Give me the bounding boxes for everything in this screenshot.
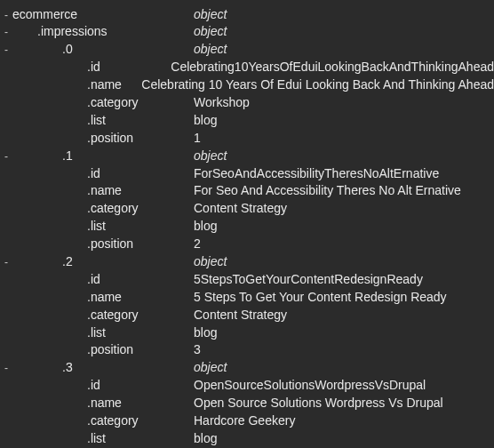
tree-row: .categoryContent Strategy	[0, 200, 494, 218]
tree-row: .listblog	[0, 324, 494, 341]
key-cell: .0	[62, 41, 194, 58]
tree-row: .categoryWorkshop	[0, 93, 494, 111]
value-cell: 3	[194, 341, 201, 358]
key-impressions: .impressions	[37, 24, 108, 38]
key-cell: .category	[87, 307, 194, 324]
value-cell: 1	[194, 130, 201, 147]
key-position: .position	[87, 342, 133, 356]
value-cell: 5 Steps To Get Your Content Redesign Rea…	[194, 289, 447, 306]
value-cell: object	[194, 41, 227, 58]
tree-row[interactable]: -.1object	[0, 147, 494, 164]
key-cell: .name	[87, 76, 141, 93]
key-name: .name	[87, 77, 122, 92]
key-id: .id	[87, 378, 100, 392]
value-label: Celebrating 10 Years Of Edui Looking Bac…	[141, 77, 494, 92]
value-label: blog	[194, 431, 217, 445]
collapse-icon[interactable]: -	[0, 255, 12, 269]
key-cell: .id	[87, 165, 194, 182]
key-cell: .position	[87, 130, 194, 147]
key-1: .1	[62, 148, 73, 163]
value-cell: blog	[194, 430, 217, 447]
tree-row: .nameCelebrating 10 Years Of Edui Lookin…	[0, 76, 494, 94]
key-category: .category	[87, 201, 139, 215]
key-category: .category	[87, 413, 139, 428]
collapse-icon[interactable]: -	[0, 8, 12, 22]
key-position: .position	[87, 131, 133, 145]
key-cell: .list	[87, 324, 194, 341]
collapse-icon[interactable]: -	[0, 149, 12, 164]
key-cell: .position	[87, 341, 194, 358]
value-label: 3	[194, 342, 201, 356]
value-cell: Celebrating10YearsOfEduiLookingBackAndTh…	[171, 59, 494, 76]
value-cell: blog	[194, 112, 217, 129]
key-cell: .name	[87, 182, 194, 199]
key-cell: .2	[62, 253, 194, 270]
value-label: blog	[194, 113, 217, 127]
key-cell: .name	[87, 395, 194, 412]
key-cell: .id	[87, 59, 171, 76]
key-0: .0	[62, 42, 73, 56]
tree-row: .categoryHardcore Geekery	[0, 412, 494, 429]
tree-row: .id5StepsToGetYourContentRedesignReady	[0, 270, 494, 288]
key-cell: .id	[87, 377, 194, 394]
key-id: .id	[87, 60, 100, 74]
collapse-icon[interactable]: -	[0, 25, 12, 39]
value-label: Celebrating10YearsOfEduiLookingBackAndTh…	[171, 60, 494, 74]
value-cell: blog	[194, 218, 217, 235]
value-cell: object	[194, 148, 227, 164]
key-category: .category	[87, 308, 139, 322]
key-name: .name	[87, 396, 122, 410]
value-cell: For Seo And Accessibility Theres No Alt …	[194, 182, 461, 199]
key-cell: .name	[87, 289, 194, 306]
value-label: OpenSourceSolutionsWordpressVsDrupal	[194, 378, 426, 392]
key-id: .id	[87, 272, 100, 286]
key-name: .name	[87, 290, 122, 304]
value-label: 5 Steps To Get Your Content Redesign Rea…	[194, 290, 447, 304]
value-cell: Open Source Solutions Wordpress Vs Drupa…	[194, 395, 443, 412]
value-label: Hardcore Geekery	[194, 413, 295, 428]
type-label: object	[194, 254, 227, 268]
key-3: .3	[62, 360, 73, 374]
tree-row[interactable]: -.3object	[0, 359, 494, 377]
tree-row[interactable]: -.0object	[0, 41, 494, 59]
value-cell: Celebrating 10 Years Of Edui Looking Bac…	[141, 76, 494, 93]
key-cell: .category	[87, 412, 194, 429]
tree-row[interactable]: -ecommerceobject	[0, 5, 494, 23]
value-label: 1	[194, 131, 201, 145]
tree-row: .name5 Steps To Get Your Content Redesig…	[0, 288, 494, 306]
tree-row: .listblog	[0, 429, 494, 447]
key-position: .position	[87, 236, 133, 251]
value-cell: Hardcore Geekery	[194, 412, 295, 429]
value-label: For Seo And Accessibility Theres No Alt …	[194, 183, 461, 197]
collapse-icon[interactable]: -	[0, 361, 12, 375]
value-cell: Content Strategy	[194, 307, 287, 324]
tree-row[interactable]: -.impressionsobject	[0, 23, 494, 41]
datalayer-tree: -ecommerceobject-.impressionsobject-.0ob…	[0, 0, 494, 448]
tree-row: .categoryContent Strategy	[0, 306, 494, 324]
value-label: Content Strategy	[194, 308, 287, 322]
collapse-icon[interactable]: -	[0, 43, 12, 57]
value-cell: OpenSourceSolutionsWordpressVsDrupal	[194, 377, 426, 394]
key-cell: .position	[87, 236, 194, 252]
tree-row: .nameFor Seo And Accessibility Theres No…	[0, 182, 494, 200]
key-name: .name	[87, 183, 122, 197]
key-list: .list	[87, 219, 106, 233]
value-label: 5StepsToGetYourContentRedesignReady	[194, 272, 423, 286]
value-cell: object	[194, 6, 227, 23]
tree-row: .position1	[0, 129, 494, 147]
value-cell: object	[194, 359, 227, 376]
value-label: Open Source Solutions Wordpress Vs Drupa…	[194, 396, 443, 410]
value-cell: blog	[194, 324, 217, 341]
tree-row: .listblog	[0, 111, 494, 129]
tree-row: .idCelebrating10YearsOfEduiLookingBackAn…	[0, 59, 494, 76]
value-label: Workshop	[194, 95, 250, 109]
key-id: .id	[87, 166, 100, 180]
value-cell: Content Strategy	[194, 200, 287, 217]
tree-row[interactable]: -.2object	[0, 252, 494, 270]
key-cell: ecommerce	[12, 6, 194, 23]
value-cell: object	[194, 23, 227, 40]
type-label: object	[194, 24, 227, 38]
key-list: .list	[87, 113, 106, 127]
value-label: Content Strategy	[194, 201, 287, 215]
tree-row: .idForSeoAndAccessibilityTheresNoAltErna…	[0, 164, 494, 182]
